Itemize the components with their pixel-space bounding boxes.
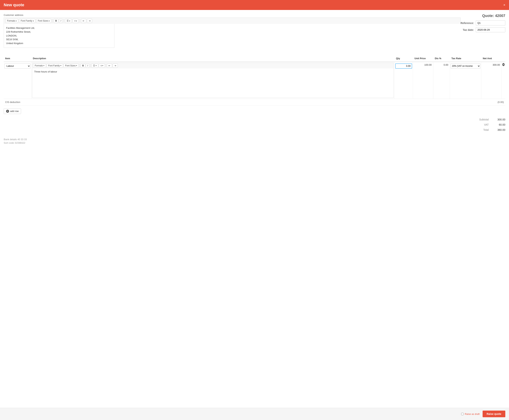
customer-column: Customer address Formats ▾ Font Family ▾… bbox=[4, 14, 461, 52]
customer-address-label: Customer address bbox=[4, 14, 461, 16]
desc-indent-left-icon: ⇤ bbox=[108, 64, 110, 67]
page-header: New quote × bbox=[0, 0, 509, 10]
table-header-row: Item Description Qty Unit Price Dis % Ta… bbox=[4, 55, 505, 62]
description-cell: Formats ▾ Font Family ▾ Font Sizes ▾ B I bbox=[31, 62, 394, 99]
net-amt-cell: 300.00 bbox=[481, 62, 502, 99]
indent-right-icon: ⇥ bbox=[89, 20, 91, 22]
header-item: Item bbox=[4, 56, 31, 60]
address-text: Facilities Management Ltd, 229 Rotherhit… bbox=[6, 26, 112, 45]
font-family-arrow-icon: ▾ bbox=[33, 20, 34, 22]
desc-formats-dropdown[interactable]: Formats ▾ bbox=[33, 64, 46, 68]
desc-font-sizes-dropdown[interactable]: Font Sizes ▾ bbox=[63, 64, 79, 68]
address-toolbar: Formats ▾ Font Family ▾ Font Sizes ▾ B I bbox=[4, 17, 461, 24]
tax-rate-cell: 20% (VAT on Income bbox=[450, 62, 481, 99]
desc-ol-icon: ≡ bbox=[100, 64, 102, 67]
desc-font-family-dropdown[interactable]: Font Family ▾ bbox=[46, 64, 63, 68]
tax-date-input[interactable] bbox=[476, 27, 505, 32]
dis-pct-value: 0.00 bbox=[444, 63, 448, 66]
font-sizes-dropdown[interactable]: Font Sizes ▾ bbox=[36, 19, 52, 23]
quote-number: Quote: 42007 bbox=[461, 14, 505, 18]
ordered-list-button[interactable]: ≡ ▾ bbox=[73, 19, 79, 23]
toolbar-divider-2 bbox=[64, 19, 64, 23]
totals-table: Subtotal 300.00 VAT 60.00 Total 360.00 bbox=[454, 117, 505, 132]
reference-label: Reference: bbox=[461, 22, 474, 24]
qty-input[interactable] bbox=[395, 63, 412, 69]
tax-date-label: Tax date: bbox=[463, 28, 474, 31]
tax-date-row: Tax date: bbox=[461, 27, 505, 32]
net-amt-value: 300.00 bbox=[493, 63, 500, 66]
bank-section: Bank details 40 33 33 Sort code 31598422 bbox=[4, 138, 505, 144]
font-sizes-arrow-icon: ▾ bbox=[49, 20, 50, 22]
desc-bold-button[interactable]: B bbox=[81, 64, 85, 68]
raise-draft-text: Raise as draft bbox=[465, 413, 479, 415]
bold-button[interactable]: B bbox=[54, 19, 58, 23]
total-row: Total 360.00 bbox=[454, 127, 505, 132]
qty-cell bbox=[394, 62, 413, 99]
description-editor[interactable]: Three hours of labour bbox=[32, 68, 393, 98]
cis-row: CIS deduction (0.00) bbox=[4, 99, 505, 105]
vat-label: VAT bbox=[454, 123, 492, 126]
desc-font-sizes-arrow-icon: ▾ bbox=[76, 65, 77, 67]
vat-row: VAT 60.00 bbox=[454, 122, 505, 127]
unordered-list-button[interactable]: ☰ ▾ bbox=[65, 19, 72, 23]
desc-font-family-arrow-icon: ▾ bbox=[60, 65, 61, 67]
subtotal-value: 300.00 bbox=[492, 118, 505, 121]
tax-rate-select[interactable]: 20% (VAT on Income bbox=[451, 63, 480, 69]
description-toolbar: Formats ▾ Font Family ▾ Font Sizes ▾ B I bbox=[32, 63, 393, 68]
desc-ol-button[interactable]: ≡ ▾ bbox=[99, 64, 105, 68]
page-footer: Raise as draft Raise quote bbox=[0, 408, 509, 420]
reference-row: Reference: bbox=[461, 21, 505, 25]
cis-deduction-value: (0.00) bbox=[498, 101, 504, 104]
totals-section: Subtotal 300.00 VAT 60.00 Total 360.00 bbox=[4, 117, 505, 132]
indent-right-button[interactable]: ⇥ bbox=[87, 19, 92, 23]
vat-value: 60.00 bbox=[492, 123, 505, 126]
desc-ol-arrow-icon: ▾ bbox=[102, 65, 103, 67]
header-description: Description bbox=[31, 56, 394, 60]
bank-details: Bank details 40 33 33 bbox=[4, 138, 505, 141]
ordered-list-icon: ≡ bbox=[74, 20, 76, 22]
desc-indent-left-button[interactable]: ⇤ bbox=[107, 64, 112, 68]
desc-indent-right-button[interactable]: ⇥ bbox=[113, 64, 118, 68]
unit-price-value: 100.00 bbox=[424, 63, 432, 66]
desc-divider-3 bbox=[106, 64, 106, 68]
desc-ul-button[interactable]: ☰ ▾ bbox=[91, 64, 98, 68]
delete-row-button[interactable]: ● bbox=[502, 63, 505, 66]
top-row: Customer address Formats ▾ Font Family ▾… bbox=[4, 14, 505, 52]
page-title: New quote bbox=[4, 3, 24, 7]
raise-quote-button[interactable]: Raise quote bbox=[483, 411, 505, 417]
indent-left-button[interactable]: ⇤ bbox=[81, 19, 86, 23]
customer-section: Customer address Formats ▾ Font Family ▾… bbox=[4, 14, 461, 48]
line-items-table: Item Description Qty Unit Price Dis % Ta… bbox=[4, 55, 505, 105]
header-tax-rate: Tax Rate bbox=[450, 56, 481, 60]
header-net-amt: Net Amt bbox=[481, 56, 502, 60]
cis-deduction-label: CIS deduction bbox=[5, 101, 20, 104]
desc-indent-right-icon: ⇥ bbox=[114, 64, 116, 67]
table-row: Labour Formats ▾ Font Family ▾ Font Size… bbox=[4, 62, 505, 99]
header-qty: Qty bbox=[394, 56, 413, 60]
raise-draft-checkbox[interactable] bbox=[461, 413, 463, 415]
unordered-list-icon: ☰ bbox=[67, 20, 69, 22]
subtotal-label: Subtotal bbox=[454, 118, 492, 121]
delete-cell: ● bbox=[502, 62, 505, 99]
formats-arrow-icon: ▾ bbox=[16, 20, 17, 22]
total-value: 360.00 bbox=[492, 128, 505, 131]
italic-button[interactable]: I bbox=[59, 19, 62, 23]
close-button[interactable]: × bbox=[503, 3, 505, 7]
header-unit-price: Unit Price bbox=[413, 56, 433, 60]
sort-code: Sort code 31598422 bbox=[4, 142, 505, 144]
reference-input[interactable] bbox=[476, 21, 505, 25]
indent-left-icon: ⇤ bbox=[83, 20, 85, 22]
item-select[interactable]: Labour bbox=[4, 63, 31, 69]
formats-dropdown[interactable]: Formats ▾ bbox=[5, 19, 18, 23]
desc-formats-arrow-icon: ▾ bbox=[43, 65, 44, 67]
desc-ul-arrow-icon: ▾ bbox=[96, 65, 97, 67]
item-cell: Labour bbox=[4, 62, 31, 99]
customer-address-editor[interactable]: Facilities Management Ltd, 229 Rotherhit… bbox=[4, 24, 115, 48]
desc-italic-button[interactable]: I bbox=[86, 64, 89, 68]
font-family-dropdown[interactable]: Font Family ▾ bbox=[19, 19, 35, 23]
description-text: Three hours of labour bbox=[34, 70, 57, 73]
ul-arrow-icon: ▾ bbox=[69, 20, 70, 22]
raise-draft-label[interactable]: Raise as draft bbox=[461, 413, 479, 415]
add-row-button[interactable]: + add row bbox=[4, 108, 21, 114]
add-row-label: add row bbox=[10, 110, 19, 112]
